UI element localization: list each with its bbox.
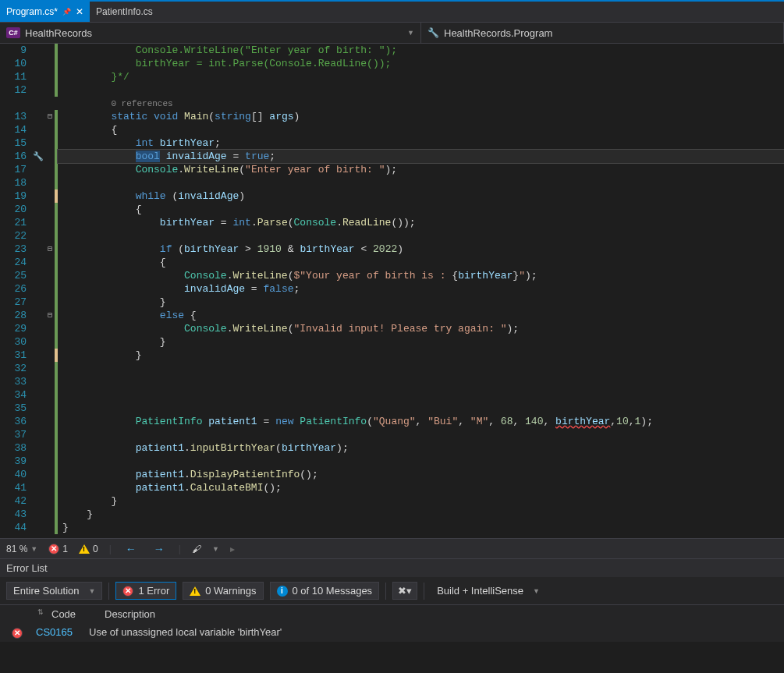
code-line[interactable]: patient1.CalculateBMI(); — [58, 481, 784, 494]
editor-status-bar: 81 % ▼ ✕ 1 0 | ← → | 🖌 ▼ ▸ — [0, 538, 784, 558]
code-line[interactable]: } — [58, 521, 784, 534]
filter-clear-icon: ✖▾ — [398, 585, 412, 597]
code-line[interactable]: if (birthYear > 1910 & birthYear < 2022) — [58, 243, 784, 256]
warning-icon — [79, 544, 90, 554]
code-line[interactable]: { — [58, 256, 784, 269]
code-line[interactable] — [58, 362, 784, 375]
chevron-down-icon: ▼ — [533, 587, 540, 595]
error-list-toolbar: Entire Solution ▼ ✕ 1 Error 0 Warnings i… — [0, 577, 784, 604]
code-line[interactable]: birthYear = int.Parse(Console.ReadLine()… — [58, 216, 784, 229]
error-code: CS0165 — [36, 626, 81, 638]
code-line[interactable] — [58, 375, 784, 388]
code-line[interactable]: while (invalidAge) — [58, 190, 784, 203]
code-line[interactable]: Console.WriteLine("Enter year of birth: … — [58, 163, 784, 176]
code-line[interactable]: }*/ — [58, 70, 784, 83]
code-line[interactable]: 0 references — [58, 97, 784, 110]
lightbulb-icon[interactable]: 🔧 — [33, 152, 44, 161]
code-line[interactable]: bool invalidAge = true; — [58, 150, 784, 163]
warnings-filter-button[interactable]: 0 Warnings — [183, 582, 263, 600]
code-line[interactable]: { — [58, 123, 784, 136]
error-list-panel: Error List Entire Solution ▼ ✕ 1 Error 0… — [0, 558, 784, 642]
tab-bar: Program.cs* 📌 ✕ PatientInfo.cs — [0, 0, 784, 22]
divider — [424, 583, 424, 600]
scope-combo[interactable]: C# HealthRecords ▼ — [0, 23, 421, 43]
code-line[interactable] — [58, 388, 784, 402]
code-line[interactable]: else { — [58, 309, 784, 322]
sort-icon: ⇅ — [37, 608, 44, 620]
error-count[interactable]: ✕ 1 — [48, 544, 68, 554]
tab-label: PatientInfo.cs — [96, 6, 153, 17]
close-icon[interactable]: ✕ — [76, 6, 83, 17]
member-text: HealthRecords.Program — [444, 27, 552, 39]
code-line[interactable]: patient1.DisplayPatientInfo(); — [58, 468, 784, 481]
code-line[interactable]: } — [58, 508, 784, 521]
chevron-down-icon: ▼ — [212, 545, 219, 553]
error-list-headers[interactable]: ⇅ Code Description — [0, 604, 784, 623]
code-line[interactable]: } — [58, 335, 784, 349]
tab-program-cs[interactable]: Program.cs* 📌 ✕ — [0, 2, 90, 22]
code-area[interactable]: Console.WriteLine("Enter year of birth: … — [58, 44, 784, 538]
tab-patientinfo-cs[interactable]: PatientInfo.cs — [90, 2, 159, 22]
member-combo[interactable]: 🔧 HealthRecords.Program — [421, 23, 784, 43]
references-lens[interactable]: 0 references — [111, 99, 172, 108]
code-line[interactable]: { — [58, 203, 784, 216]
code-editor[interactable]: 910111213⊟141516🔧17181920212223⊟24252627… — [0, 44, 784, 538]
warning-count[interactable]: 0 — [79, 544, 98, 554]
gutter: 910111213⊟141516🔧17181920212223⊟24252627… — [0, 44, 55, 538]
pin-icon[interactable]: 📌 — [62, 8, 71, 16]
nav-back-button[interactable]: ← — [122, 543, 140, 555]
warning-icon — [190, 586, 200, 596]
code-line[interactable] — [58, 428, 784, 441]
errors-filter-button[interactable]: ✕ 1 Error — [115, 582, 176, 600]
zoom-combo[interactable]: 81 % ▼ — [6, 544, 37, 554]
divider — [385, 583, 386, 600]
code-line[interactable]: static void Main(string[] args) — [58, 110, 784, 123]
header-description[interactable]: Description — [105, 608, 155, 620]
csharp-icon: C# — [6, 27, 20, 38]
code-line[interactable]: PatientInfo patient1 = new PatientInfo("… — [58, 415, 784, 428]
code-line[interactable]: patient1.inputBirthYear(birthYear); — [58, 441, 784, 455]
brush-icon[interactable]: 🖌 — [192, 544, 201, 554]
error-icon: ✕ — [48, 544, 59, 554]
code-line[interactable]: Console.WriteLine("Enter year of birth: … — [58, 44, 784, 57]
error-list-title: Error List — [0, 559, 784, 577]
play-icon[interactable]: ▸ — [230, 544, 235, 554]
code-line[interactable]: } — [58, 296, 784, 309]
chevron-down-icon: ▼ — [89, 587, 96, 595]
scope-text: HealthRecords — [25, 27, 92, 39]
divider — [108, 583, 109, 600]
code-line[interactable]: } — [58, 349, 784, 362]
code-line[interactable]: } — [58, 494, 784, 508]
code-line[interactable] — [58, 229, 784, 243]
nav-bar: C# HealthRecords ▼ 🔧 HealthRecords.Progr… — [0, 22, 784, 44]
chevron-down-icon: ▼ — [407, 29, 414, 37]
nav-forward-button[interactable]: → — [151, 543, 168, 555]
tab-label: Program.cs* — [6, 6, 58, 17]
error-icon: ✕ — [12, 628, 23, 639]
code-line[interactable] — [58, 455, 784, 468]
info-icon: i — [277, 586, 288, 597]
messages-filter-button[interactable]: i 0 of 10 Messages — [270, 582, 380, 600]
code-line[interactable]: int birthYear; — [58, 136, 784, 150]
code-line[interactable] — [58, 176, 784, 190]
class-icon: 🔧 — [427, 27, 439, 38]
code-line[interactable]: invalidAge = false; — [58, 282, 784, 296]
header-code[interactable]: Code — [51, 608, 97, 620]
code-line[interactable]: Console.WriteLine("Invalid input! Please… — [58, 322, 784, 335]
error-icon: ✕ — [122, 586, 133, 597]
chevron-down-icon: ▼ — [30, 545, 37, 553]
code-line[interactable] — [58, 402, 784, 415]
scope-filter-combo[interactable]: Entire Solution ▼ — [6, 582, 102, 600]
code-line[interactable] — [58, 83, 784, 97]
build-intellisense-combo[interactable]: Build + IntelliSense ▼ — [431, 583, 546, 599]
error-description: Use of unassigned local variable 'birthY… — [89, 626, 282, 638]
code-line[interactable]: Console.WriteLine($"Your year of birth i… — [58, 269, 784, 282]
clear-filter-button[interactable]: ✖▾ — [392, 582, 417, 600]
code-line[interactable]: birthYear = int.Parse(Console.ReadLine()… — [58, 57, 784, 70]
error-row[interactable]: ✕ CS0165 Use of unassigned local variabl… — [0, 623, 784, 642]
